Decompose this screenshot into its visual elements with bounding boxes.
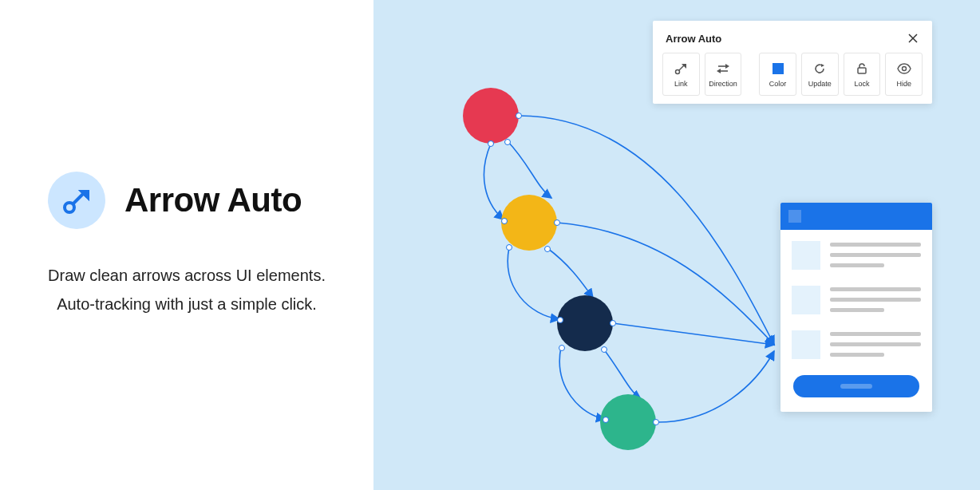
mock-cta-button[interactable] — [793, 375, 919, 397]
toolbar-header: Arrow Auto — [653, 21, 932, 53]
port[interactable] — [601, 346, 607, 353]
button-label: Color — [769, 80, 787, 88]
mock-card-body — [780, 230, 932, 412]
button-label: Direction — [709, 80, 737, 88]
svg-line-1 — [73, 194, 83, 204]
update-button[interactable]: Update — [801, 53, 839, 96]
port[interactable] — [554, 219, 560, 226]
app-logo — [48, 172, 105, 229]
button-label: Update — [808, 80, 832, 88]
list-item — [792, 241, 921, 270]
app-title: Arrow Auto — [124, 181, 302, 219]
port[interactable] — [653, 419, 659, 425]
port[interactable] — [603, 417, 609, 423]
node-red[interactable] — [463, 88, 519, 144]
node-navy[interactable] — [557, 295, 613, 351]
svg-rect-13 — [858, 68, 866, 73]
port[interactable] — [488, 140, 494, 147]
link-button[interactable]: Link — [662, 53, 700, 96]
button-label: Link — [674, 80, 688, 88]
port[interactable] — [544, 246, 551, 252]
direction-icon — [715, 61, 731, 77]
arrow-link-icon — [673, 61, 689, 77]
list-item — [792, 286, 921, 314]
svg-point-5 — [676, 70, 680, 74]
node-gold[interactable] — [501, 195, 557, 251]
app-subtitle-line-2: Auto-tracking with just a simple click. — [48, 290, 326, 318]
color-button[interactable]: Color — [759, 53, 796, 96]
eye-icon — [896, 61, 912, 77]
list-item — [792, 330, 921, 359]
port[interactable] — [610, 320, 616, 326]
port[interactable] — [559, 345, 565, 351]
toolbar-buttons: Link Direction Color — [653, 53, 932, 96]
toolbar-panel: Arrow Auto Link — [653, 21, 932, 104]
refresh-icon — [812, 61, 828, 77]
hide-button[interactable]: Hide — [885, 53, 923, 96]
lock-icon — [854, 61, 870, 77]
port[interactable] — [506, 244, 512, 251]
port[interactable] — [504, 139, 511, 145]
text-lines-placeholder — [830, 241, 921, 267]
canvas-area: Arrow Auto Link — [373, 0, 980, 490]
button-label: Lock — [854, 80, 869, 88]
hero-left: Arrow Auto Draw clean arrows across UI e… — [0, 0, 373, 490]
text-lines-placeholder — [830, 286, 921, 312]
cta-label-placeholder — [840, 384, 872, 389]
svg-marker-9 — [725, 64, 729, 69]
app-subtitle-line-1: Draw clean arrows across UI elements. — [48, 261, 326, 290]
thumbnail-placeholder — [792, 286, 820, 314]
color-swatch-icon — [770, 61, 786, 77]
mock-card-header — [780, 203, 932, 230]
toolbar-title: Arrow Auto — [666, 33, 721, 45]
svg-marker-12 — [821, 64, 824, 67]
close-icon — [907, 32, 919, 45]
arrow-link-icon — [59, 183, 94, 218]
node-teal[interactable] — [600, 394, 656, 450]
direction-button[interactable]: Direction — [705, 53, 742, 96]
port[interactable] — [516, 113, 522, 119]
mock-header-square-icon — [788, 210, 801, 223]
button-label: Hide — [896, 80, 911, 88]
svg-line-6 — [679, 65, 684, 70]
port[interactable] — [557, 317, 563, 323]
port[interactable] — [501, 218, 508, 224]
close-button[interactable] — [907, 32, 919, 45]
text-lines-placeholder — [830, 330, 921, 357]
thumbnail-placeholder — [792, 241, 820, 270]
thumbnail-placeholder — [792, 330, 820, 359]
mock-card[interactable] — [780, 203, 932, 412]
lock-button[interactable]: Lock — [844, 53, 881, 96]
hero-title-row: Arrow Auto — [48, 172, 326, 229]
svg-marker-11 — [717, 69, 721, 73]
svg-point-14 — [902, 67, 906, 71]
